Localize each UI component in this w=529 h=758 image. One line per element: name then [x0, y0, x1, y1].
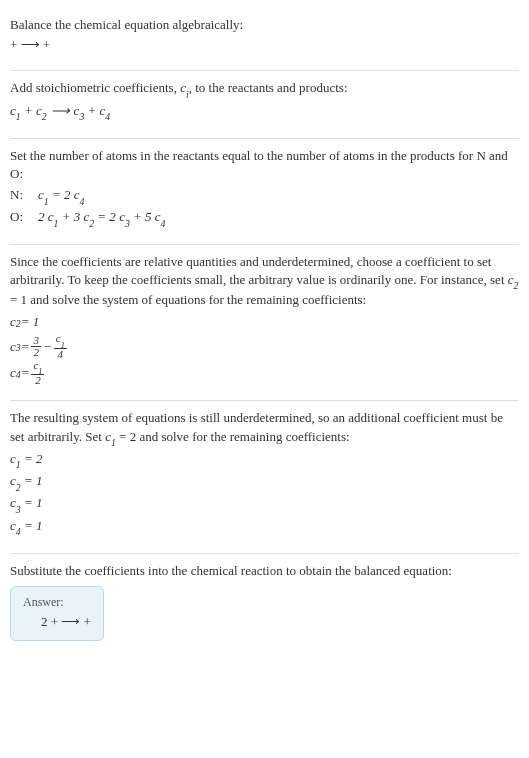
- section-answer: Substitute the coefficients into the che…: [10, 554, 519, 655]
- c: c: [10, 451, 16, 466]
- answer-label: Answer:: [23, 595, 91, 610]
- section-title: Substitute the coefficients into the che…: [10, 562, 519, 580]
- frac-den: 4: [54, 349, 67, 360]
- c2-rest: = 1: [21, 311, 40, 333]
- section-title: Add stoichiometric coefficients, ci, to …: [10, 79, 519, 99]
- element-label-o: O:: [10, 207, 38, 229]
- ci-var: ci: [180, 80, 189, 95]
- section-solve-second: The resulting system of equations is sti…: [10, 401, 519, 553]
- c3-eq: =: [21, 336, 30, 358]
- c2-var: c: [36, 103, 42, 118]
- n-lhs-c: c: [38, 187, 44, 202]
- result-c3: c3 = 1: [10, 494, 519, 514]
- o-p4: + 5: [130, 209, 155, 224]
- v: = 1: [21, 518, 43, 533]
- o-c4: c: [155, 209, 161, 224]
- c: c: [10, 473, 16, 488]
- ci-sub: i: [186, 89, 189, 100]
- o-s1: 1: [54, 218, 59, 229]
- solve-line-c2: c2 = 1: [10, 311, 519, 333]
- title-b: = 2 and solve for the remaining coeffici…: [116, 429, 350, 444]
- n-lhs-s: 1: [44, 196, 49, 207]
- section-atom-balance: Set the number of atoms in the reactants…: [10, 139, 519, 245]
- c: c: [10, 495, 16, 510]
- section-title: The resulting system of equations is sti…: [10, 409, 519, 447]
- c4-s: 4: [16, 367, 21, 384]
- fraction-c1-2: c12: [31, 360, 44, 387]
- c2-sub: 2: [42, 111, 47, 122]
- minus: −: [43, 336, 52, 358]
- solve-line-c3: c3 = 32 − c14: [10, 333, 519, 360]
- v: = 2: [21, 451, 43, 466]
- frac-num: c1: [31, 360, 44, 375]
- plus1: +: [21, 103, 36, 118]
- result-c2: c2 = 1: [10, 472, 519, 492]
- c2-s: 2: [16, 316, 21, 333]
- unbalanced-equation: + ⟶ +: [10, 36, 519, 54]
- result-c1: c1 = 2: [10, 450, 519, 470]
- arrow-icon: ⟶: [51, 102, 70, 120]
- title-part-b: , to the reactants and products:: [189, 80, 348, 95]
- title-b: = 1 and solve the system of equations fo…: [10, 292, 366, 307]
- o-p1: 2: [38, 209, 48, 224]
- v: = 1: [21, 495, 43, 510]
- o-p2: + 3: [58, 209, 83, 224]
- fn-s: 1: [61, 341, 65, 350]
- eq-text: + ⟶ +: [10, 37, 50, 52]
- c1-sub: 1: [16, 111, 21, 122]
- n-rhs-s: 4: [79, 196, 84, 207]
- section-balance: Balance the chemical equation algebraica…: [10, 8, 519, 71]
- answer-box: Answer: 2 + ⟶ +: [10, 586, 104, 641]
- fraction-3-2: 32: [31, 335, 41, 358]
- s: 1: [16, 459, 21, 470]
- section-solve-first: Since the coefficients are relative quan…: [10, 245, 519, 402]
- balanced-equation: 2 + ⟶ +: [23, 614, 91, 630]
- s: 4: [16, 526, 21, 537]
- n-equation: c1 = 2 c4: [38, 185, 84, 207]
- cv-s: 2: [514, 280, 519, 291]
- c4-sub: 4: [105, 111, 110, 122]
- o-p3: = 2: [94, 209, 119, 224]
- o-s4: 4: [161, 218, 166, 229]
- o-equation: 2 c1 + 3 c2 = 2 c3 + 5 c4: [38, 207, 165, 229]
- fraction-c1-4: c14: [54, 333, 67, 360]
- v: = 1: [21, 473, 43, 488]
- o-s2: 2: [89, 218, 94, 229]
- balance-row-o: O: 2 c1 + 3 c2 = 2 c3 + 5 c4: [10, 207, 519, 229]
- o-s3: 3: [125, 218, 130, 229]
- section-coefficients: Add stoichiometric coefficients, ci, to …: [10, 71, 519, 138]
- c1-var: c: [10, 103, 16, 118]
- frac-num: c1: [54, 333, 67, 348]
- balance-row-n: N: c1 = 2 c4: [10, 185, 519, 207]
- cv-c: c: [508, 272, 514, 287]
- element-label-n: N:: [10, 185, 38, 207]
- section-title: Set the number of atoms in the reactants…: [10, 147, 519, 183]
- fn-c: c: [56, 332, 61, 344]
- frac-den: 2: [31, 375, 44, 386]
- title-part-a: Add stoichiometric coefficients,: [10, 80, 180, 95]
- c3-s: 3: [16, 340, 21, 357]
- section-title: Balance the chemical equation algebraica…: [10, 16, 519, 34]
- plus2: +: [84, 103, 99, 118]
- n-eq: = 2: [49, 187, 74, 202]
- c: c: [10, 518, 16, 533]
- coefficient-equation: c1 + c2 ⟶ c3 + c4: [10, 102, 519, 122]
- c4-eq: =: [21, 362, 30, 384]
- s: 2: [16, 482, 21, 493]
- o-c1: c: [48, 209, 54, 224]
- fn-s: 1: [38, 367, 42, 376]
- section-title: Since the coefficients are relative quan…: [10, 253, 519, 310]
- cv-s: 1: [111, 437, 116, 448]
- s: 3: [16, 504, 21, 515]
- cv: c1: [105, 429, 116, 444]
- solve-line-c4: c4 = c12: [10, 360, 519, 387]
- cv: c2: [508, 272, 519, 287]
- result-c4: c4 = 1: [10, 517, 519, 537]
- title-a: Since the coefficients are relative quan…: [10, 254, 508, 287]
- c3-sub: 3: [79, 111, 84, 122]
- frac-den: 2: [31, 347, 41, 358]
